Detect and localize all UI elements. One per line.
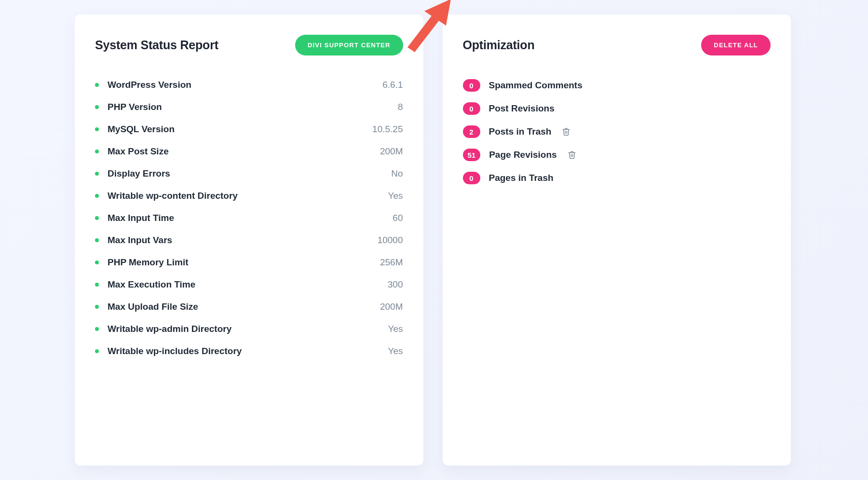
status-value: 200M [380,146,403,157]
status-label: Writable wp-includes Directory [108,346,388,357]
status-dot-icon [95,127,99,131]
status-label: Max Input Time [108,213,393,223]
count-badge: 0 [463,79,480,92]
optimization-row: 51 Page Revisions [463,143,771,166]
system-status-panel: System Status Report Divi Support Center… [75,14,423,466]
status-row: Writable wp-includes Directory Yes [95,340,403,362]
optimization-label: Posts in Trash [489,126,552,137]
status-value: 300 [388,279,403,290]
count-badge: 0 [463,102,480,115]
status-value: No [391,168,403,179]
status-row: Writable wp-content Directory Yes [95,185,403,207]
delete-all-button[interactable]: Delete All [701,35,771,55]
status-value: 256M [380,257,403,268]
status-dot-icon [95,83,99,87]
trash-icon[interactable] [566,149,578,161]
optimization-list: 0 Spammed Comments 0 Post Revisions 2 Po… [463,74,771,190]
status-value: 200M [380,302,403,312]
status-label: Max Input Vars [108,235,378,246]
status-label: Max Post Size [108,146,380,157]
trash-icon[interactable] [560,125,572,138]
status-value: 60 [393,213,403,223]
count-badge: 0 [463,172,480,184]
status-label: PHP Version [108,102,398,112]
status-value: Yes [388,346,403,357]
status-label: MySQL Version [108,124,372,135]
status-value: Yes [388,191,403,201]
status-row: PHP Memory Limit 256M [95,251,403,274]
status-row: WordPress Version 6.6.1 [95,74,403,96]
panel-header: Optimization Delete All [463,35,771,55]
optimization-row: 0 Pages in Trash [463,166,771,190]
status-value: 8 [398,102,403,112]
status-row: Max Input Time 60 [95,207,403,229]
status-dot-icon [95,305,99,309]
status-row: Max Upload File Size 200M [95,296,403,318]
status-value: 10000 [378,235,403,246]
status-label: Display Errors [108,168,391,179]
status-dot-icon [95,327,99,331]
status-row: PHP Version 8 [95,96,403,118]
count-badge: 51 [463,149,481,161]
optimization-label: Spammed Comments [489,80,583,91]
optimization-label: Pages in Trash [489,173,554,183]
optimization-label: Post Revisions [489,103,555,114]
optimization-title: Optimization [463,38,535,52]
system-status-title: System Status Report [95,38,218,52]
optimization-row: 0 Spammed Comments [463,74,771,97]
status-row: Writable wp-admin Directory Yes [95,318,403,340]
status-dot-icon [95,349,99,353]
status-dot-icon [95,238,99,242]
status-dot-icon [95,283,99,287]
status-dot-icon [95,172,99,176]
status-label: Max Upload File Size [108,302,380,312]
status-row: Display Errors No [95,163,403,185]
optimization-panel: Optimization Delete All 0 Spammed Commen… [443,14,791,466]
status-row: Max Post Size 200M [95,140,403,163]
optimization-label: Page Revisions [489,150,556,160]
status-value: 10.5.25 [372,124,403,135]
status-row: Max Input Vars 10000 [95,229,403,251]
status-label: Writable wp-admin Directory [108,324,388,334]
status-dot-icon [95,150,99,153]
optimization-row: 2 Posts in Trash [463,120,771,143]
status-row: MySQL Version 10.5.25 [95,118,403,140]
status-dot-icon [95,194,99,198]
status-dot-icon [95,216,99,220]
divi-support-center-button[interactable]: Divi Support Center [295,35,403,55]
status-label: Writable wp-content Directory [108,191,388,201]
status-label: WordPress Version [108,80,382,90]
status-dot-icon [95,105,99,109]
status-label: Max Execution Time [108,279,388,290]
count-badge: 2 [463,125,480,138]
status-row: Max Execution Time 300 [95,274,403,296]
status-list: WordPress Version 6.6.1 PHP Version 8 My… [95,74,403,362]
optimization-row: 0 Post Revisions [463,97,771,120]
status-dot-icon [95,261,99,264]
panel-header: System Status Report Divi Support Center [95,35,403,55]
status-label: PHP Memory Limit [108,257,380,268]
status-value: 6.6.1 [382,80,403,90]
status-value: Yes [388,324,403,334]
